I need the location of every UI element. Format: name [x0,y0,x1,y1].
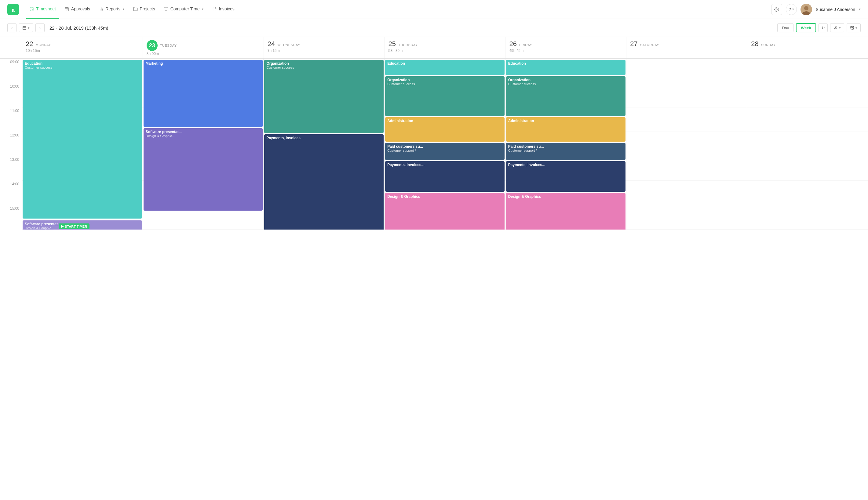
event-wed-org[interactable]: Organization Customer success [264,60,384,133]
help-button[interactable]: ? ▾ [786,4,797,15]
day-number-sun: 28 [751,40,758,48]
svg-point-12 [804,6,809,10]
event-thu-edu[interactable]: Education [385,60,505,75]
svg-point-10 [776,9,777,10]
svg-text:a: a [12,7,15,13]
app-logo[interactable]: a [7,4,19,15]
clock-icon [29,7,34,11]
day-header-fri: 26 FRIDAY 49h 45m [506,37,627,58]
event-thu-org[interactable]: Organization Customer success [385,76,505,116]
event-fri-paid[interactable]: Paid customers su... Customer support / [506,143,625,160]
day-hours-mon: 10h 15m [26,48,139,53]
day-col-wed: Organization Customer success Payments, … [263,59,384,229]
help-dropdown-icon: ▾ [792,7,794,11]
settings-button[interactable] [771,4,782,15]
time-slot-14: 14:00 [0,181,22,205]
event-fri-design[interactable]: Design & Graphics [506,193,625,229]
monitor-icon [164,7,169,11]
avatar[interactable] [800,4,812,15]
day-col-sun [747,59,868,229]
time-slot-9: 09:00 [0,59,22,83]
day-number-wed: 24 [268,40,275,48]
computer-time-dropdown-icon: ▾ [202,7,203,11]
day-hours-tue: 8h 00m [147,52,260,56]
nav-reports[interactable]: Reports ▾ [95,0,127,19]
day-hours-wed: 7h 15m [268,48,381,53]
svg-rect-3 [65,7,68,11]
day-headers: 22 MONDAY 10h 15m 23 TUESDAY 8h 00m 24 W… [0,37,868,59]
user-dropdown-icon: ▾ [859,7,861,11]
time-column: 09:00 10:00 11:00 12:00 13:00 14:00 15:0… [0,59,22,229]
invoice-icon [212,7,217,11]
event-fri-admin[interactable]: Administration [506,117,625,141]
day-header-thu: 25 THURSDAY 58h 30m [385,37,506,58]
user-filter-button[interactable]: ▾ [830,23,844,32]
nav-timesheet[interactable]: Timesheet [26,0,59,19]
day-col-tue: Marketing Software presentat... Design &… [143,59,264,229]
svg-point-19 [852,27,853,29]
event-fri-org[interactable]: Organization Customer success [506,76,625,116]
svg-point-18 [835,26,836,28]
nav-computer-time[interactable]: Computer Time ▾ [161,0,207,19]
day-name-thu: THURSDAY [398,43,418,47]
header-right: ? ▾ Susanne J Anderson ▾ [771,4,861,15]
calendar-picker-button[interactable]: ▾ [19,23,33,32]
day-number-mon: 22 [26,40,33,48]
next-week-button[interactable]: › [35,23,45,32]
day-header-wed: 24 WEDNESDAY 7h 15m [264,37,385,58]
view-settings-button[interactable]: ▾ [847,23,861,32]
day-name-tue: TUESDAY [160,44,177,47]
play-icon: ▶ [61,224,64,228]
event-tue-software[interactable]: Software presentat... Design & Graphic..… [144,128,263,211]
day-header-sun: 28 SUNDAY [747,37,868,58]
day-hours-thu: 58h 30m [388,48,502,53]
nav-projects[interactable]: Projects [130,0,158,19]
day-header-mon: 22 MONDAY 10h 15m [22,37,143,58]
event-tue-marketing[interactable]: Marketing [144,60,263,127]
calendar-body: 09:00 10:00 11:00 12:00 13:00 14:00 15:0… [0,59,868,229]
event-thu-admin[interactable]: Administration [385,117,505,141]
user-filter-chevron: ▾ [839,26,841,30]
nav-invoices[interactable]: Invoices [209,0,237,19]
toolbar: ‹ ▾ › 22 - 28 Jul, 2019 (133h 45m) Day W… [0,19,868,37]
start-timer-badge[interactable]: ▶ START TIMER [59,224,90,229]
day-hours-fri: 49h 45m [509,48,622,53]
days-grid: Education Customer success Software pres… [22,59,868,229]
time-slot-15: 15:00 [0,205,22,229]
reports-dropdown-icon: ▾ [123,7,124,11]
event-mon-education[interactable]: Education Customer success [23,60,142,218]
calendar-chevron: ▾ [28,26,30,30]
event-thu-paid[interactable]: Paid customers su... Customer support / [385,143,505,160]
folder-icon [133,7,138,11]
day-name-wed: WEDNESDAY [277,43,300,47]
prev-week-button[interactable]: ‹ [7,23,16,32]
day-name-mon: MONDAY [35,43,51,47]
calendar-check-icon [65,7,69,11]
refresh-button[interactable]: ↻ [819,23,828,32]
event-wed-payments[interactable]: Payments, invoices... [264,134,384,229]
event-fri-edu[interactable]: Education [506,60,625,75]
week-view-button[interactable]: Week [796,23,816,32]
day-name-sun: SUNDAY [761,43,776,47]
user-name: Susanne J Anderson [816,7,855,12]
day-name-fri: FRIDAY [519,43,532,47]
event-thu-payments[interactable]: Payments, invoices... [385,161,505,192]
header: a Timesheet Approvals Reports ▾ Projects… [0,0,868,19]
event-thu-design[interactable]: Design & Graphics [385,193,505,229]
time-slot-10: 10:00 [0,83,22,107]
day-col-fri: Education Organization Customer success … [506,59,627,229]
day-number-fri: 26 [509,40,517,48]
settings-filter-chevron: ▾ [856,26,857,30]
chart-icon [99,7,103,11]
day-header-sat: 27 SATURDAY [627,37,747,58]
day-view-button[interactable]: Day [777,23,793,32]
time-slot-11: 11:00 [0,107,22,132]
event-fri-payments[interactable]: Payments, invoices... [506,161,625,192]
day-col-sat [627,59,747,229]
nav-approvals[interactable]: Approvals [61,0,93,19]
svg-rect-7 [164,7,168,10]
day-col-mon: Education Customer success Software pres… [22,59,143,229]
day-name-sat: SATURDAY [640,43,659,47]
time-slot-13: 13:00 [0,156,22,181]
day-number-sat: 27 [630,40,638,48]
